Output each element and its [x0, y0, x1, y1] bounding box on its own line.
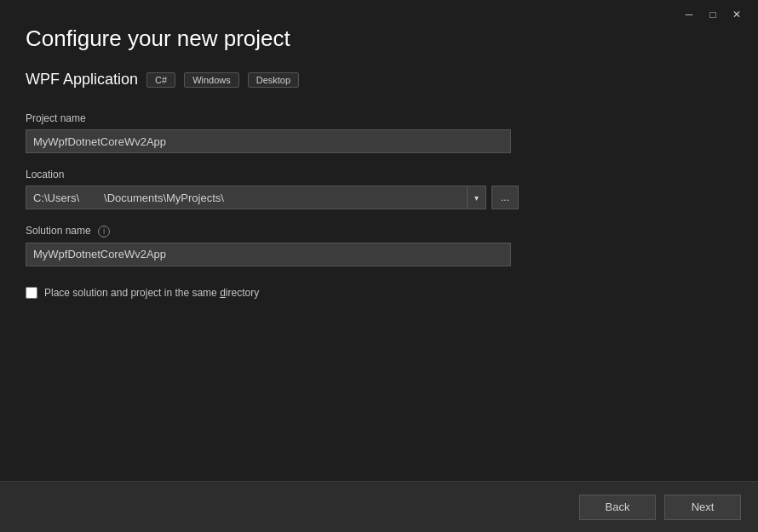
same-directory-checkbox[interactable]	[26, 287, 37, 299]
project-name-label: Project name	[26, 112, 732, 124]
same-directory-checkbox-row: Place solution and project in the same d…	[26, 287, 732, 299]
title-bar: ─ □ ✕	[668, 0, 758, 29]
browse-button[interactable]: ...	[491, 186, 519, 209]
maximize-button[interactable]: □	[702, 7, 724, 22]
location-label: Location	[26, 169, 732, 180]
close-button[interactable]: ✕	[726, 7, 748, 22]
project-type-name: WPF Application	[26, 71, 138, 89]
tag-csharp: C#	[146, 72, 175, 88]
location-field-group: Location ▾ ...	[26, 169, 732, 209]
back-button[interactable]: Back	[579, 495, 656, 520]
same-directory-label[interactable]: Place solution and project in the same d…	[44, 287, 259, 299]
project-name-field-group: Project name	[26, 112, 732, 153]
page-title: Configure your new project	[26, 26, 732, 52]
tag-desktop: Desktop	[248, 72, 299, 88]
location-input[interactable]	[26, 188, 467, 208]
minimize-button[interactable]: ─	[678, 7, 700, 22]
project-name-input[interactable]	[26, 129, 511, 153]
solution-name-info-icon[interactable]: i	[98, 226, 110, 237]
solution-name-field-group: Solution name i	[26, 225, 732, 266]
main-content: Configure your new project WPF Applicati…	[0, 0, 758, 358]
tag-windows: Windows	[184, 72, 239, 88]
location-dropdown[interactable]: ▾	[26, 186, 486, 209]
solution-name-input[interactable]	[26, 243, 511, 266]
bottom-bar: Back Next	[0, 481, 758, 532]
dropdown-arrow-icon[interactable]: ▾	[467, 186, 485, 209]
next-button[interactable]: Next	[664, 495, 741, 520]
solution-name-label: Solution name i	[26, 225, 732, 237]
project-type-row: WPF Application C# Windows Desktop	[26, 71, 732, 89]
location-row: ▾ ...	[26, 186, 732, 209]
